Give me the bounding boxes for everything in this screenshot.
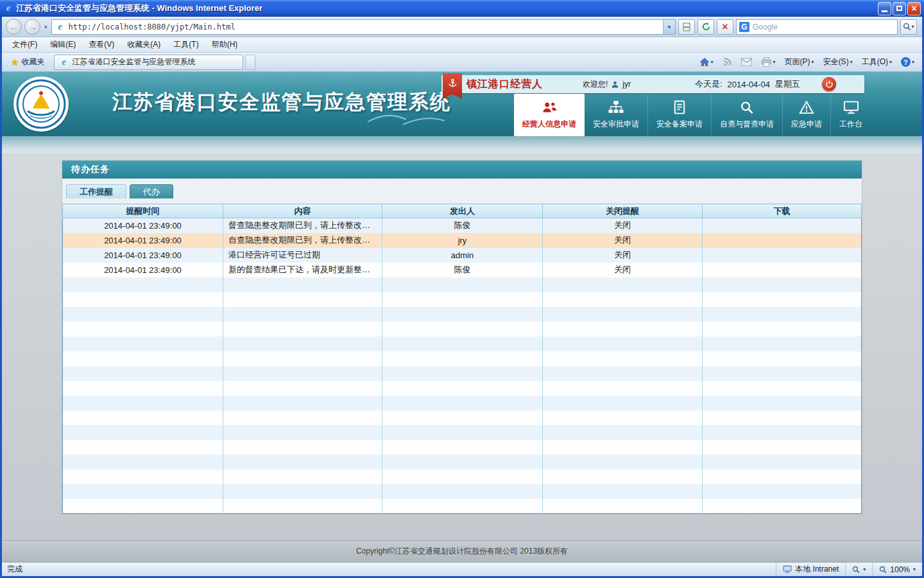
col-header-sender: 发出人 — [382, 204, 543, 218]
close-reminder-link[interactable]: 关闭 — [614, 235, 631, 245]
cell-close[interactable]: 关闭 — [543, 263, 703, 277]
close-reminder-link[interactable]: 关闭 — [614, 265, 631, 274]
cell-empty — [223, 351, 382, 366]
cell-content: 新的督查结果已下达，请及时更新整改结果 — [223, 263, 382, 277]
cell-empty — [63, 484, 223, 499]
table-row-empty — [63, 277, 862, 292]
cell-empty — [543, 322, 703, 337]
cell-close[interactable]: 关闭 — [543, 218, 703, 233]
print-dropdown-arrow: ▾ — [773, 59, 776, 65]
window-title: 江苏省港口安全监管与应急管理系统 - Windows Internet Expl… — [16, 3, 877, 14]
table-row[interactable]: 2014-04-01 23:49:00自查隐患整改期限已到，请上传整改结果…jr… — [63, 233, 862, 248]
zoom-menu-button[interactable]: ▾ — [845, 563, 872, 576]
anchor-icon — [447, 76, 458, 91]
nav-emergency[interactable]: 应急申请 — [782, 94, 830, 136]
search-button[interactable]: ▾ — [900, 19, 917, 35]
nav-operator-info[interactable]: 经营人信息申请 — [514, 94, 585, 136]
table-row[interactable]: 2014-04-01 23:49:00新的督查结果已下达，请及时更新整改结果陈俊… — [63, 263, 862, 277]
table-row-empty — [63, 499, 862, 514]
cell-empty — [703, 292, 862, 307]
table-row-empty — [63, 469, 862, 484]
cell-empty — [543, 396, 703, 410]
menu-help[interactable]: 帮助(H) — [205, 37, 244, 52]
menu-file[interactable]: 文件(F) — [6, 37, 44, 52]
close-reminder-link[interactable]: 关闭 — [614, 220, 631, 230]
table-row-empty — [63, 410, 862, 425]
nav-label: 安全备案申请 — [656, 119, 703, 130]
col-header-time: 提醒时间 — [63, 204, 223, 218]
cell-empty — [63, 292, 223, 307]
url-dropdown[interactable]: ▾ — [663, 20, 675, 34]
cell-empty — [703, 425, 862, 440]
menu-favorites[interactable]: 收藏夹(A) — [121, 37, 167, 52]
cell-download — [703, 263, 862, 277]
recent-pages-dropdown[interactable]: ▾ — [43, 24, 49, 30]
search-options-dropdown[interactable]: ▾ — [911, 24, 914, 30]
nav-safety-approval[interactable]: 安全审批申请 — [585, 94, 647, 136]
table-row[interactable]: 2014-04-01 23:49:00港口经营许可证号已过期admin关闭 — [63, 248, 862, 263]
read-mail-button[interactable] — [739, 57, 755, 67]
nav-inspection[interactable]: 自查与督查申请 — [711, 94, 782, 136]
stop-button[interactable]: × — [717, 19, 733, 35]
favorites-button[interactable]: ★ 收藏夹 — [6, 55, 50, 69]
cell-empty — [223, 322, 382, 337]
print-button[interactable]: ▾ — [758, 56, 778, 69]
cell-empty — [543, 425, 703, 440]
table-row[interactable]: 2014-04-01 23:49:00督查隐患整改期限已到，请上传整改结果…陈俊… — [63, 218, 862, 233]
logout-button[interactable] — [822, 77, 836, 91]
todo-table: 提醒时间 内容 发出人 关闭提醒 下载 2014-04-01 23:49:00督… — [62, 204, 862, 514]
menu-tools[interactable]: 工具(T) — [167, 37, 205, 52]
cell-empty — [382, 292, 543, 307]
maximize-button[interactable] — [893, 2, 906, 15]
cell-empty — [703, 499, 862, 514]
menu-view[interactable]: 查看(V) — [82, 37, 121, 52]
url-field[interactable]: e ▾ — [51, 19, 676, 35]
table-row-empty — [63, 292, 862, 307]
forward-button[interactable]: → — [24, 19, 40, 35]
compatibility-icon — [682, 22, 691, 31]
nav-safety-filing[interactable]: 安全备案申请 — [647, 94, 711, 136]
cell-close[interactable]: 关闭 — [543, 248, 703, 263]
cell-empty — [223, 366, 382, 381]
cell-empty — [223, 277, 382, 292]
safety-menu-button[interactable]: 安全(S) ▾ — [821, 55, 855, 69]
cell-empty — [223, 292, 382, 307]
cell-sender: jry — [382, 233, 543, 248]
date-label: 今天是: — [695, 78, 723, 90]
close-button[interactable]: × — [907, 2, 921, 15]
page-menu-button[interactable]: 页面(P) ▾ — [782, 55, 817, 69]
cell-empty — [223, 469, 382, 484]
zoom-level-button[interactable]: 100% ▾ — [872, 563, 922, 576]
close-reminder-link[interactable]: 关闭 — [614, 250, 631, 259]
home-button[interactable]: ▾ — [697, 56, 716, 68]
tools-menu-button[interactable]: 工具(O) ▾ — [859, 55, 894, 69]
cell-empty — [223, 425, 382, 440]
compatibility-view-button[interactable] — [678, 19, 695, 35]
search-input[interactable] — [753, 22, 894, 31]
menu-edit[interactable]: 编辑(E) — [44, 37, 82, 52]
tab-pending[interactable]: 代办 — [130, 184, 173, 198]
org-chart-icon — [608, 100, 624, 115]
search-icon — [903, 22, 911, 31]
cell-empty — [703, 469, 862, 484]
search-box[interactable]: G — [736, 19, 898, 35]
feeds-button[interactable] — [720, 56, 735, 68]
cell-empty — [543, 337, 703, 351]
nav-workbench[interactable]: 工作台 — [830, 94, 871, 136]
new-tab-button[interactable] — [245, 55, 255, 70]
tab-work-reminder[interactable]: 工作提醒 — [66, 184, 126, 198]
browser-tab[interactable]: e 江苏省港口安全监管与应急管理系统 — [54, 55, 243, 70]
refresh-button[interactable] — [697, 19, 714, 35]
tools-dropdown-arrow: ▾ — [889, 59, 892, 65]
power-icon — [825, 80, 834, 89]
cell-empty — [223, 381, 382, 396]
url-input[interactable] — [69, 22, 663, 31]
back-button[interactable]: ← — [6, 19, 22, 35]
cell-close[interactable]: 关闭 — [543, 233, 703, 248]
cell-time: 2014-04-01 23:49:00 — [63, 233, 223, 248]
minimize-button[interactable] — [878, 2, 891, 15]
address-bar: ← → ▾ e ▾ × G ▾ — [2, 17, 922, 37]
cell-empty — [382, 277, 543, 292]
help-button[interactable]: ? ▾ — [898, 56, 917, 68]
cell-empty — [703, 381, 862, 396]
